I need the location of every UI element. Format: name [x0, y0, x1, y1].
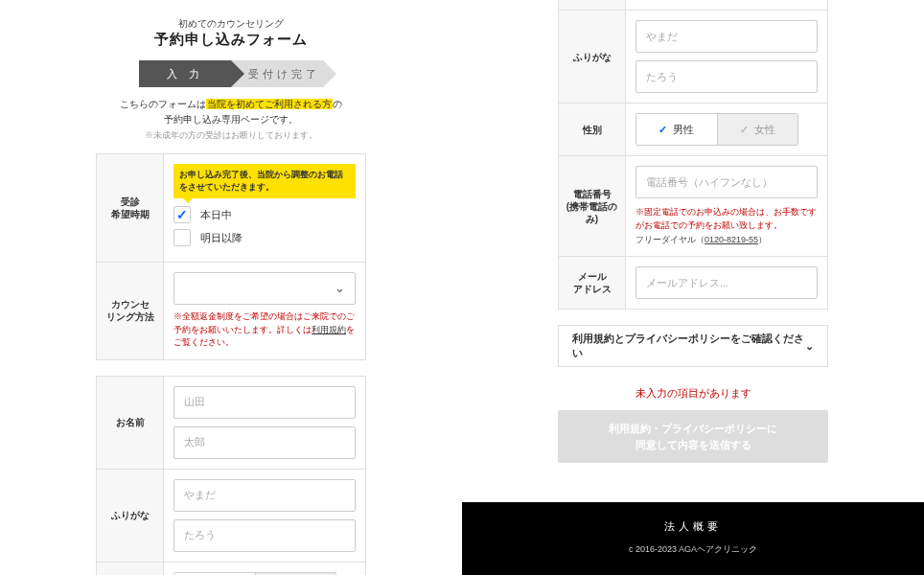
chevron-down-icon: ⌄	[335, 281, 345, 295]
step-input: 入 力	[139, 60, 231, 87]
phone-note: ※固定電話でのお申込みの場合は、お手数ですがお電話での予約をお願い致します。	[635, 206, 818, 232]
phone-dial: フリーダイヤル（0120-8219-55）	[635, 234, 818, 246]
footer-copyright: c 2016-2023 AGAヘアクリニック	[462, 543, 924, 556]
footer-link[interactable]: 法人概要	[462, 519, 924, 534]
input-kana-last-r[interactable]: やまだ	[635, 20, 818, 53]
timing-option-later[interactable]: 明日以降	[173, 229, 356, 246]
input-email[interactable]: メールアドレス...	[635, 266, 818, 299]
terms-link[interactable]: 利用規約	[312, 325, 346, 334]
label-phone: 電話番号 (携帯電話の み)	[559, 156, 626, 256]
label-kana: ふりがな	[97, 470, 164, 562]
validation-error: 未入力の項目があります	[558, 386, 828, 401]
gender-toggle: ✓男性 ✓女性	[173, 572, 336, 576]
label-kana-r: ふりがな	[559, 11, 626, 103]
step-indicator: 入 力 受付け完了	[96, 60, 366, 87]
intro-note: ※未成年の方の受診はお断りしております。	[96, 129, 366, 142]
method-note: ※全額返金制度をご希望の場合はご来院でのご予約をお願いいたします。詳しくは利用規…	[173, 310, 356, 350]
footer: 法人概要 c 2016-2023 AGAヘアクリニック	[462, 502, 924, 575]
timing-option-today[interactable]: 本日中	[173, 206, 356, 223]
checkbox-later-icon	[173, 229, 191, 246]
label-name: お名前	[97, 377, 164, 469]
header-title: 予約申し込みフォーム	[96, 31, 366, 49]
step-complete: 受付け完了	[231, 60, 323, 87]
form-section-1: 受診 希望時期 お申し込み完了後、当院から調整のお電話をさせていただきます。 本…	[96, 153, 366, 360]
checkbox-today-icon	[173, 206, 191, 223]
form-section-2-cont: 太郎 ふりがな やまだ たろう 性別 ✓男性	[558, 0, 828, 310]
label-gender: 性別	[97, 563, 164, 576]
check-icon: ✓	[740, 124, 749, 136]
input-kana-first[interactable]: たろう	[173, 519, 356, 552]
chevron-down-icon: ⌄	[805, 340, 814, 353]
label-name-r	[559, 0, 626, 10]
header-subtitle: 初めてのカウンセリング	[96, 17, 366, 31]
input-lastname[interactable]: 山田	[173, 386, 356, 419]
gender-male-button-r[interactable]: ✓男性	[636, 114, 717, 145]
form-view-bottom: 太郎 ふりがな やまだ たろう 性別 ✓男性	[462, 0, 924, 575]
label-timing: 受診 希望時期	[97, 154, 164, 262]
terms-accordion[interactable]: 利用規約とプライバシーポリシーをご確認ください ⌄	[558, 325, 828, 367]
label-email: メール アドレス	[559, 257, 626, 309]
input-kana-last[interactable]: やまだ	[173, 479, 356, 512]
gender-female-button-r[interactable]: ✓女性	[717, 114, 798, 145]
form-section-2: お名前 山田 太郎 ふりがな やまだ たろう 性別 ✓男性	[96, 376, 366, 576]
intro-highlight: 当院を初めてご利用される方	[206, 99, 333, 109]
input-phone[interactable]: 電話番号（ハイフンなし）	[635, 166, 818, 198]
gender-toggle-r: ✓男性 ✓女性	[635, 113, 798, 146]
timing-notice: お申し込み完了後、当院から調整のお電話をさせていただきます。	[173, 164, 356, 198]
input-firstname[interactable]: 太郎	[173, 426, 356, 459]
dial-link[interactable]: 0120-8219-55	[705, 235, 758, 244]
method-select[interactable]: ⌄	[173, 272, 356, 305]
form-view-top: 初めてのカウンセリング 予約申し込みフォーム 入 力 受付け完了 こちらのフォー…	[0, 0, 462, 575]
input-kana-first-r[interactable]: たろう	[635, 60, 818, 93]
submit-button[interactable]: 利用規約・プライバシーポリシーに同意して内容を送信する	[558, 410, 828, 463]
intro-text: こちらのフォームは当院を初めてご利用される方の 予約申し込み専用ページです。	[96, 97, 366, 127]
check-icon: ✓	[658, 124, 667, 136]
label-gender-r: 性別	[559, 104, 626, 155]
label-method: カウンセ リング方法	[97, 263, 164, 359]
